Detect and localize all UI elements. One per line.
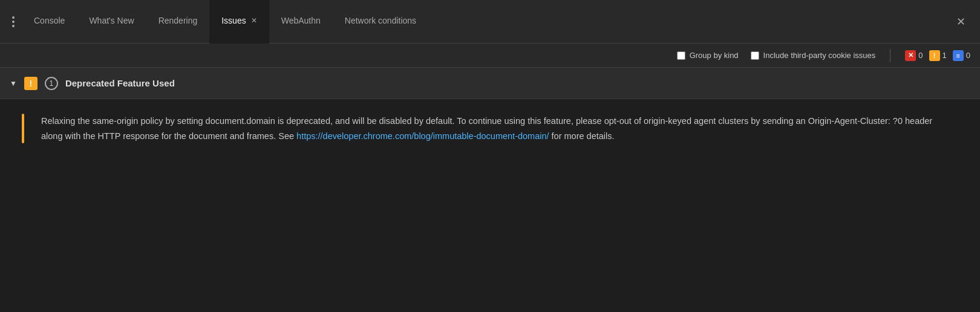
- issue-group-title: Deprecated Feature Used: [65, 78, 175, 88]
- include-third-party-control: Include third-party cookie issues: [751, 51, 876, 60]
- issue-counts: ✕ 0 ! 1 ≡ 0: [905, 50, 970, 61]
- group-by-kind-label[interactable]: Group by kind: [677, 51, 739, 60]
- tab-webauthn-label: WebAuthn: [281, 16, 321, 25]
- toolbar-divider: [890, 49, 890, 62]
- tab-issues[interactable]: Issues ✕: [209, 0, 269, 44]
- issue-warning-icon: !: [24, 77, 38, 90]
- tab-issues-label: Issues: [221, 16, 246, 25]
- info-count: 0: [966, 51, 970, 60]
- issue-group-header[interactable]: ▼ ! 1 Deprecated Feature Used: [0, 68, 980, 99]
- group-by-kind-control: Group by kind: [677, 51, 739, 60]
- include-third-party-label[interactable]: Include third-party cookie issues: [751, 51, 876, 60]
- tab-whats-new[interactable]: What's New: [77, 0, 146, 44]
- info-badge: ≡ 0: [953, 50, 970, 61]
- more-tabs-button[interactable]: [5, 16, 22, 27]
- tab-issues-close-button[interactable]: ✕: [251, 16, 257, 25]
- tab-rendering[interactable]: Rendering: [146, 0, 210, 44]
- tab-network-conditions-label: Network conditions: [345, 16, 416, 25]
- error-count: 0: [918, 51, 923, 60]
- issue-text-after-link: for more details.: [549, 131, 615, 141]
- tab-rendering-label: Rendering: [158, 16, 198, 25]
- include-third-party-checkbox[interactable]: [751, 51, 759, 60]
- chevron-down-icon: ▼: [10, 79, 17, 88]
- issue-link[interactable]: https://developer.chrome.com/blog/immuta…: [296, 131, 549, 141]
- issue-message: Relaxing the same-origin policy by setti…: [41, 114, 936, 143]
- tab-webauthn[interactable]: WebAuthn: [269, 0, 333, 44]
- error-icon: ✕: [905, 50, 916, 61]
- tab-console-label: Console: [34, 16, 65, 25]
- issue-count-badge: 1: [45, 77, 58, 90]
- tab-whats-new-label: What's New: [89, 16, 134, 25]
- warning-count: 1: [942, 51, 947, 60]
- tab-network-conditions[interactable]: Network conditions: [333, 0, 428, 44]
- close-panel-button[interactable]: ✕: [947, 15, 975, 28]
- tab-bar: Console What's New Rendering Issues ✕ We…: [0, 0, 980, 44]
- issue-content: Relaxing the same-origin policy by setti…: [0, 99, 980, 158]
- issue-left-border: [22, 114, 24, 143]
- error-badge: ✕ 0: [905, 50, 923, 61]
- issues-toolbar: Group by kind Include third-party cookie…: [0, 44, 980, 68]
- group-by-kind-checkbox[interactable]: [677, 51, 685, 60]
- tab-console[interactable]: Console: [22, 0, 77, 44]
- warning-badge: ! 1: [929, 50, 947, 61]
- info-icon: ≡: [953, 50, 964, 61]
- warning-icon: !: [929, 50, 940, 61]
